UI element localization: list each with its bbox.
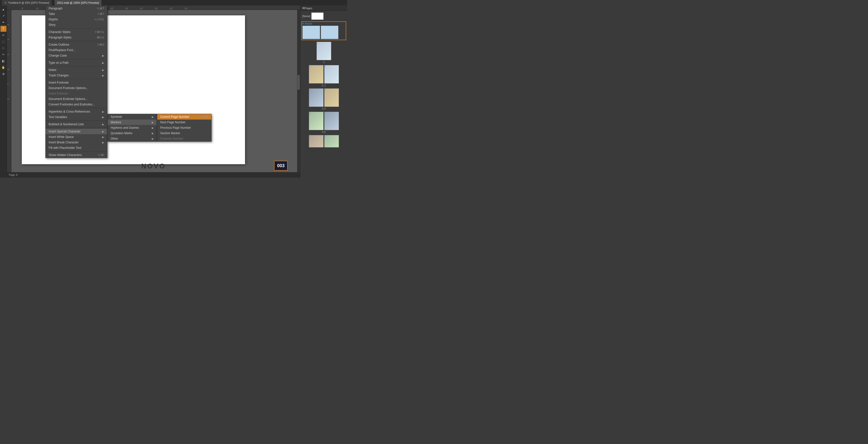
- menu-item-symbols[interactable]: Symbols ▶: [107, 114, 157, 120]
- page-thumb-3b[interactable]: A: [324, 88, 339, 107]
- menu-item-find-replace-font[interactable]: Find/Replace Font...: [45, 48, 107, 53]
- menu-item-insert-white-space[interactable]: Insert White Space ▶: [45, 134, 107, 140]
- menu-item-convert-footnotes[interactable]: Convert Footnotes and Endnotes...: [45, 102, 107, 107]
- arrow-insert-white-space: ▶: [102, 136, 104, 139]
- menu-item-fill-placeholder[interactable]: Fill with Placeholder Text: [45, 145, 107, 151]
- menu-item-doc-endnote-opts[interactable]: Document Endnote Options...: [45, 96, 107, 102]
- menu-item-change-case[interactable]: Change Case ▶: [45, 53, 107, 58]
- menu-label-insert-break-char: Insert Break Character: [49, 141, 79, 144]
- tool-hand[interactable]: ✋: [0, 64, 6, 70]
- arrow-insert-break-char: ▶: [102, 141, 104, 144]
- menu-item-type-on-path[interactable]: Type on a Path ▶: [45, 60, 107, 65]
- page-label-2: 2, 1: [322, 84, 326, 87]
- menu-item-bulleted-lists[interactable]: Bulleted & Numbered Lists ▶: [45, 122, 107, 127]
- tool-selection[interactable]: ▲: [0, 6, 6, 12]
- right-panel: ⊞ Pages [None] A-Master A: [300, 5, 347, 178]
- arrow-insert-special-char: ▶: [102, 130, 104, 133]
- menu-label-change-case: Change Case: [49, 54, 67, 57]
- tool-type[interactable]: T: [0, 26, 6, 32]
- menu-label-story: Story: [49, 23, 56, 27]
- menu-item-quotation-marks[interactable]: Quotation Marks ▶: [107, 130, 157, 136]
- page-number-value: 003: [277, 163, 284, 169]
- menu-item-paragraph[interactable]: Paragraph ⌥⌘T: [45, 6, 107, 11]
- arrow-track-changes: ▶: [102, 74, 104, 77]
- menu-item-current-page-number[interactable]: Current Page Number ⌥⇧⌘N: [157, 114, 211, 120]
- tool-pen[interactable]: ✒: [0, 19, 6, 25]
- ruler-left: 3 4 5 6 7 8: [7, 10, 11, 172]
- tool-rectangle[interactable]: □: [0, 45, 6, 51]
- status-text: Page: 8: [9, 174, 18, 176]
- menu-special-char-sub[interactable]: Symbols ▶ Markers ▶ Hyphens and Dashes ▶…: [107, 114, 157, 142]
- menu-markers-sub[interactable]: Current Page Number ⌥⇧⌘N Next Page Numbe…: [157, 114, 212, 142]
- menu-item-hyphens-dashes[interactable]: Hyphens and Dashes ▶: [107, 125, 157, 130]
- menu-item-previous-page-number[interactable]: Previous Page Number: [157, 125, 211, 130]
- menu-item-next-page-number[interactable]: Next Page Number: [157, 120, 211, 125]
- tool-rectangle-frame[interactable]: ⬚: [0, 39, 6, 45]
- tab-untitled[interactable]: ✕ *Untitled-8 @ 55% [GPU Preview]: [2, 0, 52, 5]
- page-thumb-5b[interactable]: A: [324, 135, 339, 147]
- menu-item-hyperlinks[interactable]: Hyperlinks & Cross-References ▶: [45, 109, 107, 114]
- page-a-badge: A: [309, 112, 310, 114]
- page-thumb-1[interactable]: A: [316, 42, 331, 60]
- menu-item-insert-break-char[interactable]: Insert Break Character ▶: [45, 140, 107, 145]
- pages-master-thumb-left: [302, 26, 320, 39]
- menu-label-insert-footnote: Insert Footnote: [49, 81, 69, 84]
- menu-sep-3: [45, 59, 107, 59]
- page-thumb-4a[interactable]: A: [309, 112, 323, 130]
- menu-item-paragraph-styles[interactable]: Paragraph Styles ⌘F11: [45, 35, 107, 40]
- menu-item-character-styles[interactable]: Character Styles ⇧⌘F11: [45, 29, 107, 35]
- menu-type-main[interactable]: Paragraph ⌥⌘T Tabs ⇧⌘T Glyphs ⌥⇧F11 Stor…: [45, 5, 107, 158]
- arrow-change-case: ▶: [102, 54, 104, 57]
- tab-untitled-label: *Untitled-8 @ 55% [GPU Preview]: [8, 1, 49, 4]
- page-thumb-pair-3: A A: [309, 88, 339, 107]
- menu-item-notes[interactable]: Notes ▶: [45, 67, 107, 73]
- ruler-mark: /2: [15, 7, 30, 10]
- pages-panel: [None] A-Master A 1: [300, 11, 347, 147]
- menu-label-doc-endnote-opts: Document Endnote Options...: [49, 97, 88, 101]
- menu-sep-2: [45, 41, 107, 41]
- menu-item-other[interactable]: Other ▶: [107, 136, 157, 141]
- tool-zoom[interactable]: ⊕: [0, 71, 6, 77]
- page-thumb-4b[interactable]: A: [324, 112, 339, 130]
- tool-pencil[interactable]: ✏: [0, 32, 6, 38]
- page-a-badge: A: [317, 42, 318, 45]
- menu-item-create-outlines[interactable]: Create Outlines ⇧⌘O: [45, 42, 107, 48]
- scroll-thumb[interactable]: [297, 75, 300, 90]
- page-thumb-pair-1: A: [316, 42, 331, 60]
- pages-master-row[interactable]: A-Master: [301, 21, 346, 40]
- menu-item-show-hidden[interactable]: Show Hidden Characters ⌥⌘I: [45, 152, 107, 158]
- menu-item-tabs[interactable]: Tabs ⇧⌘T: [45, 11, 107, 17]
- menu-item-track-changes[interactable]: Track Changes ▶: [45, 73, 107, 78]
- menu-item-text-variables[interactable]: Text Variables ▶: [45, 114, 107, 120]
- menu-sep-1: [45, 28, 107, 29]
- menu-shortcut-glyphs: ⌥⇧F11: [94, 18, 104, 21]
- menu-item-doc-footnote-opts[interactable]: Document Footnote Options...: [45, 85, 107, 91]
- scroll-vertical[interactable]: [297, 10, 300, 172]
- menu-item-markers[interactable]: Markers ▶: [107, 120, 157, 125]
- menu-label-fill-placeholder: Fill with Placeholder Text: [49, 146, 81, 150]
- ruler-left-mark: 3: [7, 11, 11, 26]
- menu-item-insert-special-char[interactable]: Insert Special Character ▶: [45, 129, 107, 134]
- tool-scissors[interactable]: ✂: [0, 52, 6, 58]
- tool-direct-selection[interactable]: ↗: [0, 13, 6, 19]
- menu-item-insert-footnote[interactable]: Insert Footnote: [45, 80, 107, 85]
- tool-gradient[interactable]: ◧: [0, 58, 6, 64]
- menu-label-convert-footnotes: Convert Footnotes and Endnotes...: [49, 103, 95, 106]
- page-thumb-2b[interactable]: A: [324, 65, 339, 84]
- menu-label-hyperlinks: Hyperlinks & Cross-References: [49, 110, 90, 113]
- menu-item-story[interactable]: Story: [45, 22, 107, 28]
- close-icon[interactable]: ✕: [4, 1, 6, 4]
- menu-label-type-on-path: Type on a Path: [49, 61, 69, 64]
- page-thumb-2a[interactable]: A: [309, 65, 323, 84]
- menu-label-character-styles: Character Styles: [49, 30, 71, 34]
- pages-master-thumbs: [302, 26, 345, 39]
- page-thumb-3a[interactable]: A: [309, 88, 323, 107]
- menu-item-section-marker[interactable]: Section Marker: [157, 130, 211, 136]
- menu-item-glyphs[interactable]: Glyphs ⌥⇧F11: [45, 17, 107, 22]
- ruler-left-mark: 8: [7, 85, 11, 100]
- menu-label-symbols: Symbols: [111, 115, 122, 119]
- page-thumb-5a[interactable]: A: [309, 135, 323, 147]
- arrow-type-on-path: ▶: [102, 61, 104, 64]
- menu-label-previous-page-number: Previous Page Number: [160, 126, 191, 129]
- tab-2021[interactable]: 2021.indd @ 100% [GPU Preview]: [55, 0, 101, 5]
